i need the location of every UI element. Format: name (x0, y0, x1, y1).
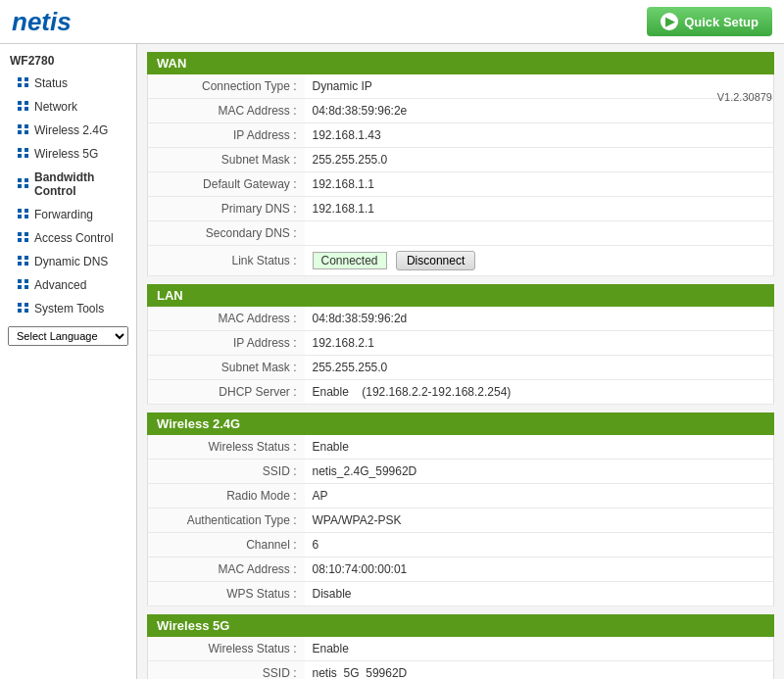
table-row: IP Address : 192.168.1.43 (148, 123, 774, 148)
lan-section-header: LAN (147, 284, 774, 307)
row-label: SSID : (148, 460, 305, 484)
table-row: IP Address : 192.168.2.1 (148, 331, 774, 356)
wan-section-header: WAN (147, 52, 774, 74)
sidebar-item-bandwidth[interactable]: Bandwidth Control (0, 166, 136, 203)
row-label: Default Gateway : (148, 172, 305, 197)
row-value: Dynamic IP (305, 74, 774, 99)
sidebar-item-label: Access Control (34, 231, 114, 245)
sidebar-item-advanced[interactable]: Advanced (0, 273, 136, 297)
row-value: 04:8d:38:59:96:2e (305, 99, 774, 123)
row-value: netis_5G_59962D (305, 661, 774, 680)
row-value: Enable (192.168.2.2-192.168.2.254) (305, 380, 774, 405)
bandwidth-icon (18, 178, 29, 190)
table-row: MAC Address : 08:10:74:00:00:01 (148, 558, 774, 582)
row-value: Enable (305, 435, 774, 460)
sidebar-item-label: Advanced (34, 278, 86, 292)
network-icon (18, 101, 29, 113)
table-row: Link Status : Connected Disconnect (148, 246, 774, 276)
row-label: Authentication Type : (148, 509, 305, 533)
sidebar-item-label: Wireless 2.4G (34, 123, 108, 137)
row-value: 6 (305, 533, 774, 558)
row-value: 192.168.2.1 (305, 331, 774, 356)
wireless24-icon (18, 124, 29, 136)
table-row: Radio Mode : AP (148, 484, 774, 509)
sidebar-item-status[interactable]: Status (0, 72, 136, 95)
row-label: WPS Status : (148, 582, 305, 606)
access-icon (18, 232, 29, 244)
ddns-icon (18, 256, 29, 267)
quick-setup-button[interactable]: ▶ Quick Setup (647, 7, 772, 36)
main-layout: WF2780 Status Network Wireless 2.4G Wire… (0, 44, 784, 679)
sidebar-item-network[interactable]: Network (0, 95, 136, 119)
row-value: 04:8d:38:59:96:2d (305, 307, 774, 331)
table-row: WPS Status : Disable (148, 582, 774, 606)
logo-text: netis (12, 7, 72, 37)
row-label: Subnet Mask : (148, 148, 305, 172)
wireless5g-table: Wireless Status : Enable SSID : netis_5G… (147, 637, 774, 679)
row-label: Subnet Mask : (148, 356, 305, 380)
sidebar-item-label: Dynamic DNS (34, 255, 108, 268)
lan-table: MAC Address : 04:8d:38:59:96:2d IP Addre… (147, 307, 774, 405)
topbar: netis ▶ Quick Setup (0, 0, 784, 44)
sidebar: WF2780 Status Network Wireless 2.4G Wire… (0, 44, 137, 679)
table-row: SSID : netis_5G_59962D (148, 661, 774, 680)
sidebar-item-forwarding[interactable]: Forwarding (0, 203, 136, 226)
forwarding-icon (18, 209, 29, 220)
row-label: Secondary DNS : (148, 221, 305, 246)
advanced-icon (18, 279, 29, 291)
sidebar-item-label: System Tools (34, 302, 104, 315)
sidebar-item-label: Status (34, 76, 68, 90)
row-value: WPA/WPA2-PSK (305, 509, 774, 533)
sidebar-item-wireless24[interactable]: Wireless 2.4G (0, 119, 136, 142)
table-row: Wireless Status : Enable (148, 435, 774, 460)
sidebar-item-label: Bandwidth Control (34, 170, 126, 198)
row-value: 255.255.255.0 (305, 148, 774, 172)
sidebar-item-systemtools[interactable]: System Tools (0, 297, 136, 320)
sidebar-item-label: Network (34, 100, 77, 114)
row-value: 192.168.1.1 (305, 197, 774, 221)
row-label: MAC Address : (148, 307, 305, 331)
table-row: Subnet Mask : 255.255.255.0 (148, 148, 774, 172)
table-row: DHCP Server : Enable (192.168.2.2-192.16… (148, 380, 774, 405)
row-label: Primary DNS : (148, 197, 305, 221)
language-select[interactable]: Select Language (8, 326, 128, 346)
disconnect-button[interactable]: Disconnect (396, 251, 475, 270)
table-row: Primary DNS : 192.168.1.1 (148, 197, 774, 221)
dhcp-status: Enable (313, 385, 349, 399)
table-row: Secondary DNS : (148, 221, 774, 246)
row-label: IP Address : (148, 331, 305, 356)
row-value: AP (305, 484, 774, 509)
row-label: Channel : (148, 533, 305, 558)
dhcp-range: (192.168.2.2-192.168.2.254) (362, 385, 511, 399)
row-label: Radio Mode : (148, 484, 305, 509)
wireless24-table: Wireless Status : Enable SSID : netis_2.… (147, 435, 774, 606)
row-value: netis_2.4G_59962D (305, 460, 774, 484)
table-row: Authentication Type : WPA/WPA2-PSK (148, 509, 774, 533)
status-icon (18, 77, 29, 89)
sidebar-item-access[interactable]: Access Control (0, 226, 136, 250)
sidebar-item-label: Forwarding (34, 208, 93, 221)
row-label: MAC Address : (148, 99, 305, 123)
systemtools-icon (18, 303, 29, 315)
wireless5g-icon (18, 148, 29, 160)
version-label: V1.2.30879 (717, 91, 772, 103)
sidebar-item-ddns[interactable]: Dynamic DNS (0, 250, 136, 273)
row-label: IP Address : (148, 123, 305, 148)
quick-setup-label: Quick Setup (684, 15, 759, 29)
row-value: Disable (305, 582, 774, 606)
wireless5g-section-header: Wireless 5G (147, 614, 774, 637)
row-value (305, 221, 774, 246)
link-status-value: Connected (313, 252, 387, 269)
device-name: WF2780 (0, 48, 136, 72)
content-area: WAN Connection Type : Dynamic IP MAC Add… (137, 44, 784, 679)
row-label: MAC Address : (148, 558, 305, 582)
row-value: 08:10:74:00:00:01 (305, 558, 774, 582)
row-label: Connection Type : (148, 74, 305, 99)
sidebar-item-wireless5g[interactable]: Wireless 5G (0, 142, 136, 166)
row-value: 192.168.1.43 (305, 123, 774, 148)
table-row: SSID : netis_2.4G_59962D (148, 460, 774, 484)
table-row: Default Gateway : 192.168.1.1 (148, 172, 774, 197)
table-row: Wireless Status : Enable (148, 637, 774, 661)
table-row: Connection Type : Dynamic IP (148, 74, 774, 99)
quick-setup-icon: ▶ (661, 13, 678, 30)
